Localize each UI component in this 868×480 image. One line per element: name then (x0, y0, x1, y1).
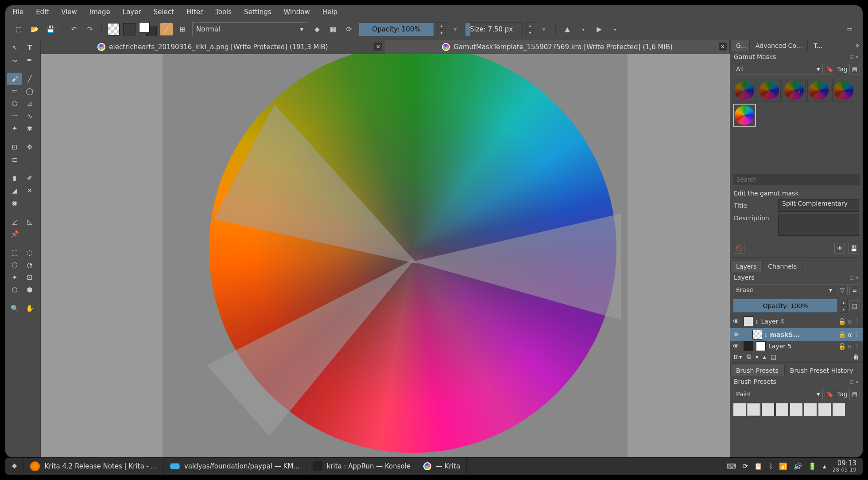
color-picker-tool[interactable]: ✐ (22, 172, 37, 184)
zoom-tool[interactable]: 🔍 (7, 302, 22, 315)
app-launcher[interactable]: ❖ (5, 458, 24, 475)
select-poly-tool[interactable]: ⬠ (7, 259, 22, 271)
tab-brush-presets[interactable]: Brush Presets (730, 365, 784, 376)
tray-wifi-icon[interactable]: 📶 (779, 462, 787, 470)
layer-item[interactable]: 👁 Layer 5 🔓 α ⋮ (730, 341, 863, 351)
tray-battery-icon[interactable]: 🔋 (808, 462, 817, 470)
layer-opacity-spin[interactable]: ▴▾ (840, 299, 848, 313)
menu-file[interactable]: File (12, 8, 23, 16)
layer-item[interactable]: 👁 ▯ Layer 4 🔓 α ⋮ (730, 315, 863, 328)
edit-shapes-tool[interactable]: ↝ (7, 54, 22, 66)
tab-tool-options[interactable]: To... (808, 40, 827, 51)
gamut-search-input[interactable] (733, 174, 860, 185)
reference-tool[interactable]: 📌 (7, 228, 22, 240)
workspace-button[interactable]: ▭ (843, 23, 856, 35)
brush-preset-button[interactable]: ╱ (160, 23, 173, 35)
task-krita[interactable]: — Krita (417, 458, 467, 475)
layer-filter-button[interactable]: ▽ (837, 285, 848, 295)
mask-preset-5[interactable] (832, 79, 855, 102)
brush-preset[interactable]: ╲ (818, 403, 831, 416)
layer-item[interactable]: 👁 ▯ maskS... 🔓 α ⋮ (730, 328, 863, 341)
layer-blend-select[interactable]: Erase▾ (733, 285, 835, 295)
move-tool[interactable]: ↖ (7, 42, 22, 54)
fill-tool[interactable]: ▮ (7, 172, 22, 184)
mask-preset-6[interactable] (733, 104, 756, 127)
reload-button[interactable]: ⟳ (343, 23, 355, 35)
document-tab-2[interactable]: GamutMaskTemplate_1559027569.kra [Write … (385, 40, 730, 54)
freehand-path-tool[interactable]: ∿ (22, 110, 37, 122)
line-tool[interactable]: ╱ (22, 73, 37, 85)
select-ellipse-tool[interactable]: ◌ (22, 246, 37, 259)
tray-clipboard-icon[interactable]: 📋 (754, 462, 763, 470)
menu-help[interactable]: Help (322, 8, 337, 16)
text-tool[interactable]: T (22, 42, 37, 54)
brush-preset[interactable]: ╱ (733, 403, 746, 416)
eye-icon[interactable]: 👁 (733, 331, 741, 338)
measure-tool[interactable]: ◺ (22, 215, 37, 228)
preset-filter-select[interactable]: Paint▾ (733, 389, 823, 399)
tray-expand-icon[interactable]: ▴ (823, 462, 826, 470)
layer-settings-button[interactable]: ≡ (849, 285, 860, 295)
brush-preset[interactable]: ╱ (775, 403, 789, 416)
save-button[interactable]: 💾 (44, 23, 57, 35)
menu-filter[interactable]: Filter (186, 8, 203, 16)
undo-button[interactable]: ↶ (68, 23, 80, 35)
close-dock-icon[interactable]: ✕ (856, 55, 859, 59)
menu-image[interactable]: Image (89, 8, 110, 16)
mirror-h-button[interactable]: ▲ (561, 23, 574, 35)
opacity-spin[interactable]: ▴▾ (438, 22, 446, 36)
document-tab-1[interactable]: electrichearts_20190316_kiki_a.png [Writ… (41, 40, 385, 54)
mask-cancel-button[interactable]: 🚫 (734, 243, 744, 254)
mask-title-input[interactable]: Split Complementary (778, 199, 859, 212)
menu-edit[interactable]: Edit (36, 8, 49, 16)
redo-button[interactable]: ↷ (84, 23, 96, 35)
brush-settings-button[interactable]: ⊞ (176, 23, 189, 35)
select-bezier-tool[interactable]: ⬡ (7, 284, 22, 296)
eye-icon[interactable]: 👁 (733, 318, 741, 325)
opacity-slider[interactable]: Opacity: 100% (359, 22, 434, 36)
preset-tag-button[interactable]: 🔖 (825, 389, 835, 399)
tag-button[interactable]: 🔖 (825, 64, 835, 74)
size-slider[interactable]: Size: 7,50 px (465, 22, 523, 36)
tab-advanced-color[interactable]: Advanced Co... (750, 40, 808, 51)
menu-window[interactable]: Window (284, 8, 310, 16)
tab-brush-history[interactable]: Brush Preset History (784, 365, 859, 376)
brush-preset[interactable]: ╲ (761, 403, 775, 416)
task-kmail[interactable]: valdyas/foundation/paypal — KM... (164, 458, 306, 475)
properties-button[interactable]: ▤ (771, 353, 776, 360)
layer-opacity-slider[interactable]: Opacity: 100% (733, 299, 838, 313)
mirror-v-button[interactable]: ▶ (593, 23, 605, 35)
move-down-button[interactable]: ▾ (756, 353, 759, 360)
dyna-tool[interactable]: ✦ (7, 122, 22, 135)
mask-preview-button[interactable]: 👁 (834, 243, 845, 254)
more-tabs-icon[interactable]: » (852, 40, 863, 51)
freehand-brush-tool[interactable]: 🖌 (7, 73, 22, 85)
brush-preset[interactable]: ╱ (747, 403, 760, 416)
eye-icon[interactable]: 👁 (733, 343, 741, 350)
polyline-tool[interactable]: ⊿ (22, 98, 37, 110)
mask-preset-1[interactable] (733, 79, 756, 102)
eraser-toggle[interactable]: ◆ (311, 23, 323, 35)
select-contig-tool[interactable]: ✦ (7, 271, 22, 284)
float-icon[interactable]: ◱ (849, 55, 853, 59)
close-tab-1[interactable]: ✕ (374, 43, 382, 51)
tag-options-button[interactable]: ▤ (849, 64, 860, 74)
move-layer-tool[interactable]: ✥ (22, 141, 37, 153)
tray-keyboard-icon[interactable]: ⌨ (727, 462, 736, 470)
preset-options-button[interactable]: ▤ (849, 389, 860, 399)
mask-preset-2[interactable] (758, 79, 781, 102)
close-tab-2[interactable]: ✕ (719, 43, 727, 51)
pattern-tool[interactable]: ✕ (22, 184, 37, 197)
brush-preset[interactable]: 〰 (790, 403, 803, 416)
tab-channels[interactable]: Channels (762, 261, 802, 272)
menu-layer[interactable]: Layer (123, 8, 141, 16)
assistant-tool[interactable]: ◿ (7, 215, 22, 228)
duplicate-layer-button[interactable]: ⧉ (747, 353, 751, 360)
add-layer-button[interactable]: ⊞▾ (734, 353, 742, 360)
tab-layers[interactable]: Layers (730, 261, 762, 272)
select-magnetic-tool[interactable]: ⬢ (22, 284, 37, 296)
menu-tools[interactable]: Tools (215, 8, 232, 16)
transform-tool[interactable]: ⊡ (7, 141, 22, 153)
tab-gamut[interactable]: G... (730, 40, 750, 51)
tray-bluetooth-icon[interactable]: ᛒ (769, 462, 773, 470)
